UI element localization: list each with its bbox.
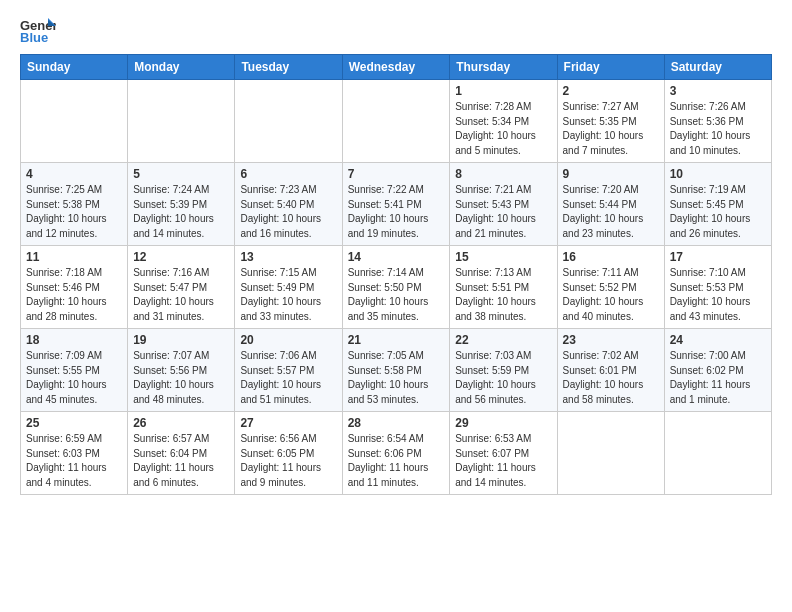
day-number: 9 — [563, 167, 659, 181]
day-info: Sunrise: 7:05 AM Sunset: 5:58 PM Dayligh… — [348, 349, 445, 407]
calendar-cell — [664, 412, 771, 495]
day-info: Sunrise: 7:00 AM Sunset: 6:02 PM Dayligh… — [670, 349, 766, 407]
calendar-cell: 28Sunrise: 6:54 AM Sunset: 6:06 PM Dayli… — [342, 412, 450, 495]
day-info: Sunrise: 7:25 AM Sunset: 5:38 PM Dayligh… — [26, 183, 122, 241]
day-number: 17 — [670, 250, 766, 264]
day-number: 25 — [26, 416, 122, 430]
day-number: 6 — [240, 167, 336, 181]
calendar-cell: 20Sunrise: 7:06 AM Sunset: 5:57 PM Dayli… — [235, 329, 342, 412]
calendar-cell: 24Sunrise: 7:00 AM Sunset: 6:02 PM Dayli… — [664, 329, 771, 412]
day-info: Sunrise: 7:26 AM Sunset: 5:36 PM Dayligh… — [670, 100, 766, 158]
day-info: Sunrise: 6:56 AM Sunset: 6:05 PM Dayligh… — [240, 432, 336, 490]
day-number: 23 — [563, 333, 659, 347]
day-number: 15 — [455, 250, 551, 264]
day-number: 22 — [455, 333, 551, 347]
calendar-cell: 5Sunrise: 7:24 AM Sunset: 5:39 PM Daylig… — [128, 163, 235, 246]
day-number: 20 — [240, 333, 336, 347]
day-number: 16 — [563, 250, 659, 264]
calendar-cell: 15Sunrise: 7:13 AM Sunset: 5:51 PM Dayli… — [450, 246, 557, 329]
day-number: 27 — [240, 416, 336, 430]
day-info: Sunrise: 7:22 AM Sunset: 5:41 PM Dayligh… — [348, 183, 445, 241]
day-info: Sunrise: 7:16 AM Sunset: 5:47 PM Dayligh… — [133, 266, 229, 324]
day-number: 5 — [133, 167, 229, 181]
day-info: Sunrise: 7:21 AM Sunset: 5:43 PM Dayligh… — [455, 183, 551, 241]
day-number: 19 — [133, 333, 229, 347]
day-info: Sunrise: 7:09 AM Sunset: 5:55 PM Dayligh… — [26, 349, 122, 407]
day-info: Sunrise: 7:13 AM Sunset: 5:51 PM Dayligh… — [455, 266, 551, 324]
day-info: Sunrise: 7:07 AM Sunset: 5:56 PM Dayligh… — [133, 349, 229, 407]
day-info: Sunrise: 6:59 AM Sunset: 6:03 PM Dayligh… — [26, 432, 122, 490]
calendar-cell: 4Sunrise: 7:25 AM Sunset: 5:38 PM Daylig… — [21, 163, 128, 246]
calendar-cell: 14Sunrise: 7:14 AM Sunset: 5:50 PM Dayli… — [342, 246, 450, 329]
day-info: Sunrise: 6:54 AM Sunset: 6:06 PM Dayligh… — [348, 432, 445, 490]
svg-text:Blue: Blue — [20, 30, 48, 44]
weekday-header: Tuesday — [235, 55, 342, 80]
calendar-table: SundayMondayTuesdayWednesdayThursdayFrid… — [20, 54, 772, 495]
day-info: Sunrise: 6:53 AM Sunset: 6:07 PM Dayligh… — [455, 432, 551, 490]
calendar-cell: 16Sunrise: 7:11 AM Sunset: 5:52 PM Dayli… — [557, 246, 664, 329]
day-number: 13 — [240, 250, 336, 264]
day-info: Sunrise: 7:02 AM Sunset: 6:01 PM Dayligh… — [563, 349, 659, 407]
calendar-cell — [235, 80, 342, 163]
weekday-header: Wednesday — [342, 55, 450, 80]
day-number: 4 — [26, 167, 122, 181]
day-number: 3 — [670, 84, 766, 98]
header: General Blue — [20, 16, 772, 44]
day-number: 7 — [348, 167, 445, 181]
calendar-cell: 27Sunrise: 6:56 AM Sunset: 6:05 PM Dayli… — [235, 412, 342, 495]
calendar-cell: 18Sunrise: 7:09 AM Sunset: 5:55 PM Dayli… — [21, 329, 128, 412]
calendar-cell: 3Sunrise: 7:26 AM Sunset: 5:36 PM Daylig… — [664, 80, 771, 163]
day-number: 28 — [348, 416, 445, 430]
day-info: Sunrise: 7:18 AM Sunset: 5:46 PM Dayligh… — [26, 266, 122, 324]
calendar-week-row: 18Sunrise: 7:09 AM Sunset: 5:55 PM Dayli… — [21, 329, 772, 412]
calendar-cell: 7Sunrise: 7:22 AM Sunset: 5:41 PM Daylig… — [342, 163, 450, 246]
weekday-header: Thursday — [450, 55, 557, 80]
day-info: Sunrise: 7:06 AM Sunset: 5:57 PM Dayligh… — [240, 349, 336, 407]
day-number: 26 — [133, 416, 229, 430]
calendar-cell — [557, 412, 664, 495]
calendar-header-row: SundayMondayTuesdayWednesdayThursdayFrid… — [21, 55, 772, 80]
calendar-cell: 6Sunrise: 7:23 AM Sunset: 5:40 PM Daylig… — [235, 163, 342, 246]
day-number: 24 — [670, 333, 766, 347]
day-number: 12 — [133, 250, 229, 264]
day-info: Sunrise: 7:10 AM Sunset: 5:53 PM Dayligh… — [670, 266, 766, 324]
calendar-cell: 11Sunrise: 7:18 AM Sunset: 5:46 PM Dayli… — [21, 246, 128, 329]
day-number: 21 — [348, 333, 445, 347]
calendar-cell: 1Sunrise: 7:28 AM Sunset: 5:34 PM Daylig… — [450, 80, 557, 163]
calendar-cell: 22Sunrise: 7:03 AM Sunset: 5:59 PM Dayli… — [450, 329, 557, 412]
day-number: 11 — [26, 250, 122, 264]
day-info: Sunrise: 7:20 AM Sunset: 5:44 PM Dayligh… — [563, 183, 659, 241]
calendar-cell: 25Sunrise: 6:59 AM Sunset: 6:03 PM Dayli… — [21, 412, 128, 495]
calendar-cell: 21Sunrise: 7:05 AM Sunset: 5:58 PM Dayli… — [342, 329, 450, 412]
day-number: 29 — [455, 416, 551, 430]
calendar-week-row: 25Sunrise: 6:59 AM Sunset: 6:03 PM Dayli… — [21, 412, 772, 495]
day-number: 8 — [455, 167, 551, 181]
calendar-cell — [342, 80, 450, 163]
day-info: Sunrise: 7:03 AM Sunset: 5:59 PM Dayligh… — [455, 349, 551, 407]
day-info: Sunrise: 7:27 AM Sunset: 5:35 PM Dayligh… — [563, 100, 659, 158]
day-info: Sunrise: 6:57 AM Sunset: 6:04 PM Dayligh… — [133, 432, 229, 490]
calendar-cell: 12Sunrise: 7:16 AM Sunset: 5:47 PM Dayli… — [128, 246, 235, 329]
day-number: 18 — [26, 333, 122, 347]
calendar-week-row: 1Sunrise: 7:28 AM Sunset: 5:34 PM Daylig… — [21, 80, 772, 163]
calendar-cell: 8Sunrise: 7:21 AM Sunset: 5:43 PM Daylig… — [450, 163, 557, 246]
calendar-cell: 9Sunrise: 7:20 AM Sunset: 5:44 PM Daylig… — [557, 163, 664, 246]
day-number: 2 — [563, 84, 659, 98]
day-info: Sunrise: 7:15 AM Sunset: 5:49 PM Dayligh… — [240, 266, 336, 324]
calendar-cell: 29Sunrise: 6:53 AM Sunset: 6:07 PM Dayli… — [450, 412, 557, 495]
calendar-week-row: 4Sunrise: 7:25 AM Sunset: 5:38 PM Daylig… — [21, 163, 772, 246]
calendar-cell — [128, 80, 235, 163]
weekday-header: Saturday — [664, 55, 771, 80]
calendar-cell: 17Sunrise: 7:10 AM Sunset: 5:53 PM Dayli… — [664, 246, 771, 329]
weekday-header: Friday — [557, 55, 664, 80]
calendar-cell: 10Sunrise: 7:19 AM Sunset: 5:45 PM Dayli… — [664, 163, 771, 246]
day-info: Sunrise: 7:28 AM Sunset: 5:34 PM Dayligh… — [455, 100, 551, 158]
weekday-header: Sunday — [21, 55, 128, 80]
day-info: Sunrise: 7:24 AM Sunset: 5:39 PM Dayligh… — [133, 183, 229, 241]
day-info: Sunrise: 7:14 AM Sunset: 5:50 PM Dayligh… — [348, 266, 445, 324]
day-info: Sunrise: 7:19 AM Sunset: 5:45 PM Dayligh… — [670, 183, 766, 241]
logo: General Blue — [20, 16, 56, 44]
day-number: 14 — [348, 250, 445, 264]
calendar-cell — [21, 80, 128, 163]
logo-icon: General Blue — [20, 16, 56, 44]
